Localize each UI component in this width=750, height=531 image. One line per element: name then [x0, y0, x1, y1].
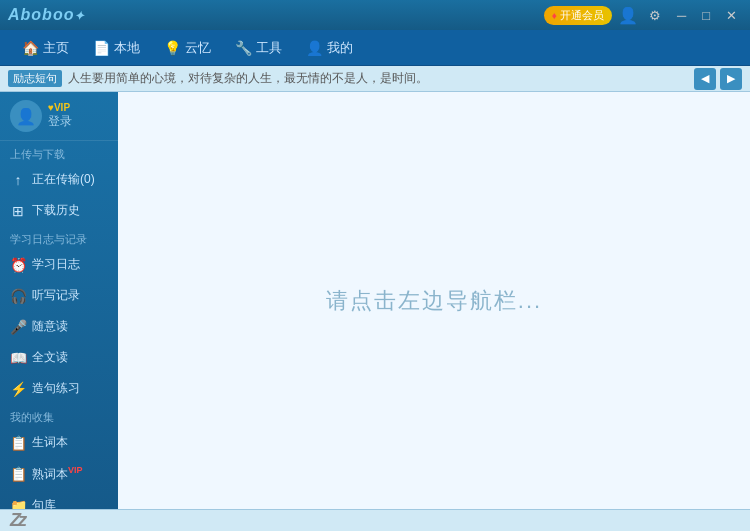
study-log-icon: ⏰: [10, 257, 26, 273]
sidebar-item-random-read[interactable]: 🎤 随意读: [0, 311, 118, 342]
sidebar-item-sentences-label: 句库: [32, 497, 56, 509]
sentences-icon: 📁: [10, 498, 26, 510]
sidebar-item-download-history-label: 下载历史: [32, 202, 80, 219]
sidebar-item-download-history[interactable]: ⊞ 下载历史: [0, 195, 118, 226]
vip-button[interactable]: ♦ 开通会员: [544, 6, 612, 25]
full-read-icon: 📖: [10, 350, 26, 366]
sentence-practice-icon: ⚡: [10, 381, 26, 397]
sidebar-item-familiar-words[interactable]: 📋 熟词本VIP: [0, 458, 118, 490]
vip-label: 开通会员: [560, 8, 604, 23]
minimize-button[interactable]: ─: [672, 6, 691, 25]
dictation-icon: 🎧: [10, 288, 26, 304]
sidebar-item-random-read-label: 随意读: [32, 318, 68, 335]
nav-mine-label: 我的: [327, 39, 353, 57]
logo-text: Aboboo: [8, 6, 74, 23]
ticker-prev-button[interactable]: ◀: [694, 68, 716, 90]
nav-tools-label: 工具: [256, 39, 282, 57]
section-label-study: 学习日志与记录: [0, 226, 118, 249]
ticker-bar: 励志短句 人生要用简单的心境，对待复杂的人生，最无情的不是人，是时间。 ◀ ▶: [0, 66, 750, 92]
sleep-icon: Zz: [10, 510, 24, 531]
nav-bar: 🏠 主页 📄 本地 💡 云忆 🔧 工具 👤 我的: [0, 30, 750, 66]
user-info: ♥VIP 登录: [48, 102, 72, 130]
sidebar-item-sentences[interactable]: 📁 句库: [0, 490, 118, 509]
ticker-text: 人生要用简单的心境，对待复杂的人生，最无情的不是人，是时间。: [68, 70, 428, 87]
login-button[interactable]: 登录: [48, 113, 72, 130]
mine-icon: 👤: [306, 40, 323, 56]
section-label-collection: 我的收集: [0, 404, 118, 427]
user-icon[interactable]: 👤: [618, 6, 638, 25]
nav-tools[interactable]: 🔧 工具: [223, 35, 294, 61]
settings-icon[interactable]: ⚙: [644, 6, 666, 25]
nav-local-label: 本地: [114, 39, 140, 57]
tools-icon: 🔧: [235, 40, 252, 56]
memory-icon: 💡: [164, 40, 181, 56]
ticker-controls: ◀ ▶: [694, 68, 742, 90]
sidebar-item-full-read[interactable]: 📖 全文读: [0, 342, 118, 373]
sidebar-item-vocab-label: 生词本: [32, 434, 68, 451]
upload-icon: ↑: [10, 172, 26, 188]
content-area: 请点击左边导航栏...: [118, 92, 750, 509]
familiar-words-icon: 📋: [10, 466, 26, 482]
random-read-icon: 🎤: [10, 319, 26, 335]
sidebar-item-study-log-label: 学习日志: [32, 256, 80, 273]
download-history-icon: ⊞: [10, 203, 26, 219]
nav-local[interactable]: 📄 本地: [81, 35, 152, 61]
title-controls: ♦ 开通会员 👤 ⚙ ─ □ ✕: [544, 6, 742, 25]
sidebar-item-dictation-label: 听写记录: [32, 287, 80, 304]
ticker-next-button[interactable]: ▶: [720, 68, 742, 90]
maximize-button[interactable]: □: [697, 6, 715, 25]
content-placeholder: 请点击左边导航栏...: [326, 286, 542, 316]
home-icon: 🏠: [22, 40, 39, 56]
sidebar-user[interactable]: 👤 ♥VIP 登录: [0, 92, 118, 141]
sidebar-item-vocab[interactable]: 📋 生词本: [0, 427, 118, 458]
nav-memory-label: 云忆: [185, 39, 211, 57]
section-label-upload: 上传与下载: [0, 141, 118, 164]
app-logo: Aboboo✦: [8, 6, 85, 24]
main-layout: 👤 ♥VIP 登录 上传与下载 ↑ 正在传输(0) ⊞ 下载历史 学习日志与记录…: [0, 92, 750, 509]
nav-memory[interactable]: 💡 云忆: [152, 35, 223, 61]
sidebar-item-full-read-label: 全文读: [32, 349, 68, 366]
sidebar-item-uploading-label: 正在传输(0): [32, 171, 95, 188]
vocab-icon: 📋: [10, 435, 26, 451]
sidebar: 👤 ♥VIP 登录 上传与下载 ↑ 正在传输(0) ⊞ 下载历史 学习日志与记录…: [0, 92, 118, 509]
vip-marker: VIP: [68, 465, 83, 475]
nav-home[interactable]: 🏠 主页: [10, 35, 81, 61]
sidebar-item-sentence-practice-label: 造句练习: [32, 380, 80, 397]
sidebar-item-sentence-practice[interactable]: ⚡ 造句练习: [0, 373, 118, 404]
title-bar: Aboboo✦ ♦ 开通会员 👤 ⚙ ─ □ ✕: [0, 0, 750, 30]
sidebar-item-uploading[interactable]: ↑ 正在传输(0): [0, 164, 118, 195]
sidebar-item-familiar-words-label: 熟词本VIP: [32, 465, 83, 483]
sidebar-item-dictation[interactable]: 🎧 听写记录: [0, 280, 118, 311]
nav-home-label: 主页: [43, 39, 69, 57]
vip-badge: ♥VIP: [48, 102, 72, 113]
avatar: 👤: [10, 100, 42, 132]
local-icon: 📄: [93, 40, 110, 56]
diamond-icon: ♦: [552, 10, 557, 21]
footer: Zz: [0, 509, 750, 531]
ticker-label: 励志短句: [8, 70, 62, 87]
logo-star: ✦: [74, 9, 85, 23]
close-button[interactable]: ✕: [721, 6, 742, 25]
nav-mine[interactable]: 👤 我的: [294, 35, 365, 61]
sidebar-item-study-log[interactable]: ⏰ 学习日志: [0, 249, 118, 280]
